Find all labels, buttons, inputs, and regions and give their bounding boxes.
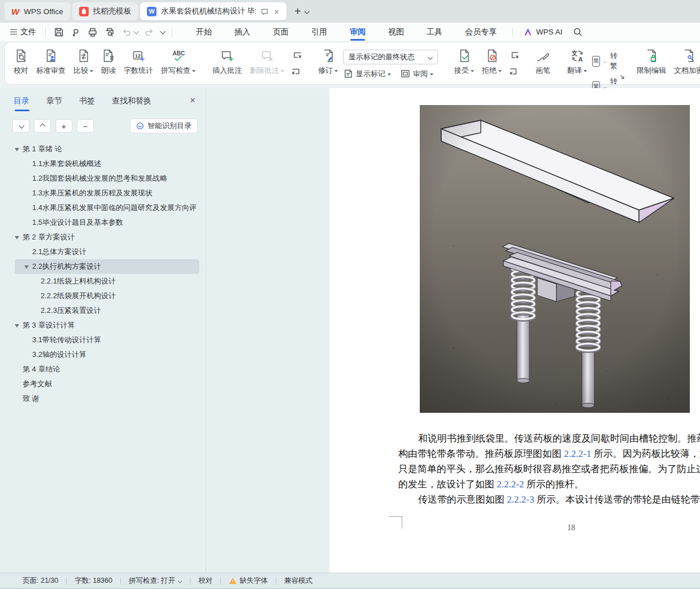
- close-sidebar-icon[interactable]: ×: [190, 95, 195, 106]
- collapse-all-button[interactable]: [34, 119, 51, 133]
- toc-item[interactable]: 1.2我国套袋机械业发展的思考和发展战略: [15, 171, 199, 186]
- print-button[interactable]: [84, 25, 101, 39]
- review-ribbon: 校对 标准审查 比较 朗读 12 字数统计 ABC 拼写检查 插入批注: [5, 42, 700, 85]
- toc-item[interactable]: 参考文献: [15, 377, 199, 391]
- sidebar-tab-contents[interactable]: 目录: [14, 96, 29, 111]
- print-preview-button[interactable]: [101, 25, 118, 39]
- show-markup-button[interactable]: 显示标记: [343, 68, 391, 79]
- toc-item-label: 致 谢: [23, 394, 40, 404]
- next-change-button[interactable]: [508, 66, 520, 77]
- toc-item[interactable]: 1.4水果压紧机发展中面临的问题研究及发展方向评 ...: [15, 200, 199, 215]
- zoom-in-outline-button[interactable]: +: [55, 119, 72, 133]
- smart-toc-button[interactable]: 智能识别目录: [130, 119, 198, 133]
- chevron-down-icon: [281, 70, 284, 72]
- menu-membership[interactable]: 会员专享: [454, 23, 508, 41]
- toc-item[interactable]: 2.1总体方案设计: [15, 245, 199, 259]
- toc-item[interactable]: 1.5毕业设计题目及基本参数: [15, 215, 199, 230]
- collapse-arrow-icon[interactable]: [15, 147, 20, 151]
- collapse-arrow-icon[interactable]: [24, 265, 29, 269]
- new-tab-button[interactable]: +: [294, 6, 301, 17]
- status-missing-fonts[interactable]: ! 缺失字体: [229, 576, 268, 586]
- status-spell-check[interactable]: 拼写检查: 打开: [129, 576, 182, 586]
- sidebar-tab-sections[interactable]: 章节: [46, 96, 62, 111]
- toc-item[interactable]: 致 谢: [15, 391, 199, 406]
- menu-items: 开始 插入 页面 引用 审阅 视图 工具 会员专享: [185, 23, 508, 41]
- standard-review-button[interactable]: 标准审查: [32, 44, 69, 83]
- toc-item[interactable]: 3.1带轮传动设计计算: [15, 333, 199, 347]
- toc-item[interactable]: 1.1水果套袋机械概述: [15, 156, 199, 171]
- toc-item[interactable]: 2.2执行机构方案设计: [15, 259, 199, 274]
- word-count-button[interactable]: 12 字数统计: [120, 44, 157, 83]
- toc-item[interactable]: 2.2.2纸袋展开机构设计: [15, 289, 199, 303]
- expand-all-button[interactable]: [12, 119, 29, 133]
- toc-item[interactable]: 2.2.1纸袋上料机构设计: [15, 274, 199, 289]
- translate-button[interactable]: 文A 翻译: [563, 44, 591, 83]
- tab-list-chevron-icon[interactable]: [304, 8, 310, 14]
- menu-reference[interactable]: 引用: [300, 23, 338, 41]
- document-page[interactable]: 和说明书推到纸袋里。传送药板的速度及间歇时间由槽轮控制。推药板构由带轮带条带动。…: [329, 88, 700, 573]
- toc-item[interactable]: 3.2轴的设计计算: [15, 347, 199, 362]
- restrict-editing-button[interactable]: 限制编辑: [633, 44, 670, 83]
- toc-item[interactable]: 第 3 章设计计算: [15, 318, 199, 333]
- compare-button[interactable]: 比较: [69, 44, 97, 83]
- save-button[interactable]: [50, 25, 67, 39]
- menu-view[interactable]: 视图: [377, 23, 415, 41]
- menu-tools[interactable]: 工具: [415, 23, 454, 41]
- tab-document[interactable]: W 水果套袋机机械结构设计 毕业设计 ×: [140, 2, 286, 20]
- customize-toolbar-button[interactable]: [158, 29, 167, 35]
- tab-docer-templates[interactable]: 找稻壳模板: [72, 2, 138, 20]
- toc-item[interactable]: 第 1 章绪 论: [15, 142, 199, 156]
- toc-item[interactable]: 2.2.3压紧装置设计: [15, 303, 199, 318]
- svg-text:A: A: [578, 56, 582, 63]
- next-comment-button[interactable]: [291, 66, 302, 77]
- spell-check-button[interactable]: ABC 拼写检查: [157, 44, 199, 83]
- collapse-arrow-icon[interactable]: [15, 235, 20, 239]
- menu-home[interactable]: 开始: [185, 23, 223, 41]
- menu-insert[interactable]: 插入: [223, 23, 262, 41]
- accept-changes-button[interactable]: 接受: [450, 44, 478, 83]
- read-aloud-button[interactable]: 朗读: [97, 44, 120, 83]
- figure-ref[interactable]: 2.2.2-2: [497, 479, 524, 490]
- previous-change-button[interactable]: [508, 50, 520, 61]
- status-word-count[interactable]: 字数: 18360: [75, 576, 112, 586]
- toc-item[interactable]: 1.3水果压紧机的发展历程及发展现状: [15, 186, 199, 200]
- status-page-indicator[interactable]: 页面: 21/30: [23, 576, 58, 586]
- export-pdf-button[interactable]: [67, 25, 84, 39]
- menu-page[interactable]: 页面: [262, 23, 300, 41]
- figure-ref[interactable]: 2.2.2-1: [564, 448, 591, 459]
- insert-comment-button[interactable]: 插入批注: [208, 44, 246, 83]
- search-button[interactable]: [568, 27, 587, 37]
- markup-state-select[interactable]: 显示标记的最终状态: [343, 50, 438, 64]
- file-menu-button[interactable]: 文件: [6, 27, 41, 37]
- sidebar-tab-find-replace[interactable]: 查找和替换: [112, 96, 151, 111]
- next-change-icon: [508, 66, 520, 77]
- figure-ref[interactable]: 2.2.2-3: [507, 494, 534, 505]
- chat-bubble-icon[interactable]: [260, 7, 269, 16]
- menu-review[interactable]: 审阅: [338, 23, 377, 41]
- ink-pen-button[interactable]: 画笔: [532, 44, 554, 83]
- undo-button[interactable]: [118, 25, 141, 39]
- close-tab-icon[interactable]: ×: [273, 7, 280, 16]
- toc-item[interactable]: 第 2 章方案设计: [15, 230, 199, 245]
- wps-ai-button[interactable]: WPS AI: [518, 27, 568, 37]
- status-proofread[interactable]: 校对: [198, 576, 212, 586]
- proofread-button[interactable]: 校对: [10, 44, 32, 83]
- review-pane-button[interactable]: 审阅: [400, 68, 433, 79]
- encrypt-document-button[interactable]: 文档加密: [670, 44, 700, 83]
- reject-changes-button[interactable]: 拒绝: [478, 44, 506, 83]
- delete-comment-button[interactable]: 删除批注: [246, 44, 288, 83]
- toc-item[interactable]: 第 4 章结论: [15, 362, 199, 377]
- collapse-arrow-icon[interactable]: [15, 324, 20, 328]
- tab-wps-home[interactable]: W WPS Office: [5, 2, 70, 20]
- previous-comment-button[interactable]: [291, 50, 302, 61]
- track-changes-button[interactable]: 修订: [314, 44, 342, 83]
- figure-3d-render[interactable]: [420, 105, 690, 413]
- redo-button[interactable]: [141, 25, 158, 39]
- chevron-down-icon: [471, 70, 474, 72]
- toc-item-label: 2.1总体方案设计: [32, 247, 86, 257]
- toc-item-label: 2.2.2纸袋展开机构设计: [41, 291, 116, 301]
- zoom-out-outline-button[interactable]: −: [77, 119, 94, 133]
- to-traditional-button[interactable]: 简→ 转繁: [592, 51, 620, 71]
- dialog-launcher-button[interactable]: [619, 72, 625, 82]
- sidebar-tab-bookmarks[interactable]: 书签: [79, 96, 95, 111]
